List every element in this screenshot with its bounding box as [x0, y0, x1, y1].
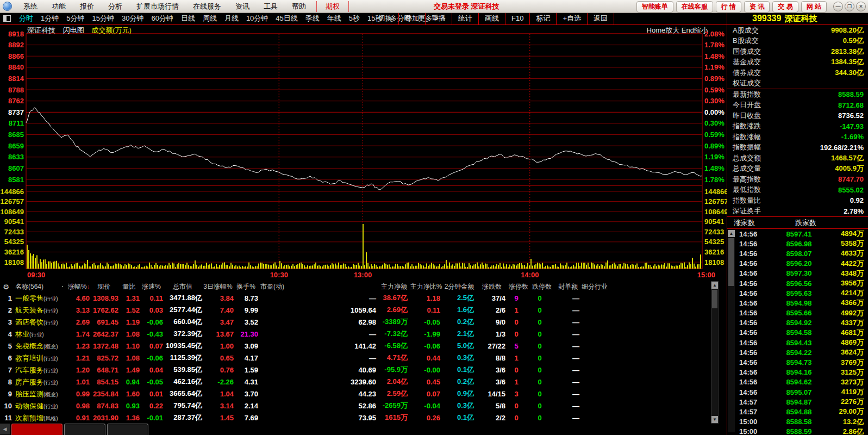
- table-row[interactable]: 6教育培训(行业)1.21825.721.08-0.061125.39亿0.65…: [0, 352, 727, 364]
- titlebar-button-0[interactable]: 智能账单: [636, 1, 673, 13]
- column-header-14[interactable]: 封单额: [554, 282, 582, 291]
- menu-item-6[interactable]: 资讯: [228, 1, 257, 13]
- action-button-6[interactable]: 标记: [529, 13, 556, 24]
- column-header-11[interactable]: 涨跌数: [476, 282, 508, 291]
- titlebar-button-5[interactable]: 网 站: [801, 1, 827, 13]
- table-row[interactable]: 2航天装备(行业)3.131762.621.520.032577.44亿7.40…: [0, 304, 727, 316]
- table-row[interactable]: 11次新预增(风格)0.912031.901.36-0.01287.37亿1.4…: [0, 412, 727, 424]
- titlebar-button-1[interactable]: 在线客服: [676, 1, 713, 13]
- table-row[interactable]: 1一般零售(行业)4.601308.931.310.113471.88亿3.84…: [0, 292, 727, 304]
- period-tab-7[interactable]: 周线: [199, 13, 221, 24]
- column-header-6[interactable]: 换手%: [234, 282, 258, 291]
- action-button-5[interactable]: F10: [505, 13, 529, 24]
- period-tab-3[interactable]: 15分钟: [88, 13, 117, 24]
- period-tab-1[interactable]: 1分钟: [37, 13, 63, 24]
- menu-item-2[interactable]: 报价: [73, 1, 101, 13]
- tick-scroll-up-icon[interactable]: ▲: [728, 230, 735, 237]
- period-tab-5[interactable]: 60分钟: [147, 13, 177, 24]
- column-header-2[interactable]: 量比: [118, 282, 140, 291]
- column-header-15[interactable]: 细分行业: [582, 282, 644, 291]
- cell-5: 3.14: [202, 402, 234, 410]
- restore-button[interactable]: ❐: [845, 2, 854, 11]
- menu-item-1[interactable]: 功能: [45, 1, 73, 13]
- column-header-9[interactable]: 主力净比%: [410, 282, 442, 291]
- svg-text:0.89%: 0.89%: [704, 142, 725, 150]
- menu-item-3[interactable]: 分析: [101, 1, 129, 13]
- table-row[interactable]: 5免税概念(概念)1.231372.481.100.0710935.45亿1.0…: [0, 340, 727, 352]
- name-header-label: 名称(564): [15, 283, 43, 290]
- action-button-3[interactable]: 统计: [452, 13, 478, 24]
- menu-item-7[interactable]: 工具: [257, 1, 285, 13]
- menu-item-options[interactable]: 期权: [316, 1, 349, 12]
- cell-1: 1308.93: [90, 294, 118, 302]
- titlebar-button-4[interactable]: 交 易: [772, 1, 798, 13]
- minute-chart[interactable]: 89182.08%88921.78%88661.48%88401.19%8814…: [0, 25, 727, 281]
- minimize-button[interactable]: —: [833, 2, 843, 11]
- action-button-2[interactable]: 重播: [425, 13, 452, 24]
- action-button-4[interactable]: 画线: [478, 13, 505, 24]
- scroll-up-icon[interactable]: ▲: [711, 282, 718, 289]
- table-row[interactable]: 8房产服务(行业)1.01854.150.94-0.05462.16亿-2.26…: [0, 376, 727, 388]
- period-tab-8[interactable]: 月线: [221, 13, 242, 24]
- cell-3: 0.04: [140, 366, 163, 374]
- column-header-3[interactable]: 涨速%: [140, 282, 163, 291]
- column-header-12[interactable]: 涨停数: [508, 282, 529, 291]
- menu-item-8[interactable]: 帮助: [285, 1, 313, 13]
- bottom-tab-2[interactable]: [64, 424, 105, 435]
- tick-amount: 4348万: [824, 269, 868, 278]
- column-header-1[interactable]: 现价: [90, 282, 118, 291]
- menu-item-0[interactable]: 系统: [16, 1, 45, 13]
- menu-item-5[interactable]: 在线服务: [186, 1, 228, 13]
- period-tab-9[interactable]: 10分钟: [242, 13, 272, 24]
- menu-item-4[interactable]: 扩展市场行情: [129, 1, 186, 13]
- action-button-0[interactable]: 切换: [372, 13, 398, 24]
- stat-value: 0.59亿: [843, 36, 864, 46]
- column-header-4[interactable]: 总市值: [163, 282, 202, 291]
- stat-label: B股成交: [733, 36, 759, 46]
- table-row[interactable]: 4林业(行业)1.742642.371.08-0.43372.39亿13.672…: [0, 328, 727, 340]
- column-header-0[interactable]: 涨幅%↓: [68, 282, 90, 291]
- period-tab-0[interactable]: 分时: [15, 13, 37, 24]
- table-row[interactable]: 7汽车服务(行业)1.20648.711.490.04539.85亿0.761.…: [0, 364, 727, 376]
- tick-row: 14:568596.985358万: [727, 239, 868, 248]
- period-tab-12[interactable]: 年线: [323, 13, 345, 24]
- period-tab-13[interactable]: 5秒: [345, 13, 364, 24]
- tick-scrollbar[interactable]: ▲: [728, 230, 735, 432]
- table-row[interactable]: 9胎压监测(概念)0.992354.841.600.013665.64亿1.04…: [0, 388, 727, 400]
- titlebar-button-3[interactable]: 资 讯: [744, 1, 770, 13]
- period-tab-2[interactable]: 5分钟: [63, 13, 88, 24]
- bottom-tab-active[interactable]: [11, 424, 63, 435]
- titlebar-button-2[interactable]: 行 情: [716, 1, 741, 13]
- column-header-5[interactable]: 3日涨幅%: [202, 282, 234, 291]
- action-button-7[interactable]: +自选: [556, 13, 587, 24]
- tab-scroll-left-icon[interactable]: ◀: [0, 424, 10, 434]
- close-button[interactable]: ✕: [856, 2, 866, 11]
- period-tab-11[interactable]: 季线: [302, 13, 323, 24]
- table-scrollbar[interactable]: ▲ ▼: [711, 281, 719, 424]
- sector-name: 航天装备: [15, 306, 43, 314]
- table-row[interactable]: 3酒店餐饮(行业)2.69691.451.19-0.06660.04亿3.473…: [0, 316, 727, 328]
- action-button-1[interactable]: 叠加: [398, 13, 425, 24]
- svg-text:126757: 126757: [704, 197, 727, 206]
- column-header-name[interactable]: 名称(564)·: [12, 282, 68, 291]
- column-header-8[interactable]: 主力净额: [378, 282, 410, 291]
- bottom-tab-3[interactable]: [107, 424, 148, 435]
- column-header-10[interactable]: 2分钟金额: [442, 282, 476, 291]
- symbol-code: 399339: [752, 14, 781, 23]
- column-header-7[interactable]: 市盈(动): [258, 282, 378, 291]
- scrollbar-thumb[interactable]: [712, 290, 717, 308]
- cell-8: 4.71亿: [376, 353, 408, 363]
- table-row[interactable]: 10动物保健(行业)0.98874.830.930.22795.74亿3.142…: [0, 400, 727, 412]
- tick-scrollbar-thumb[interactable]: [728, 238, 734, 286]
- layout-toggle-icon[interactable]: [3, 15, 11, 22]
- action-button-8[interactable]: 返回: [587, 13, 614, 24]
- column-header-13[interactable]: 跌停数: [529, 282, 554, 291]
- table-settings-gear-icon[interactable]: ⚙: [0, 283, 12, 291]
- period-toolbar: 分时1分钟5分钟15分钟30分钟60分钟日线周线月线10分钟45日线季线年线5秒…: [0, 13, 727, 24]
- period-tab-4[interactable]: 30分钟: [118, 13, 147, 24]
- column-header-label: 封单额: [558, 283, 578, 290]
- scroll-down-icon[interactable]: ▼: [711, 416, 718, 423]
- period-tab-6[interactable]: 日线: [177, 13, 199, 24]
- period-tab-10[interactable]: 45日线: [272, 13, 301, 24]
- chart-indicator-label[interactable]: 成交额(万元): [91, 26, 132, 34]
